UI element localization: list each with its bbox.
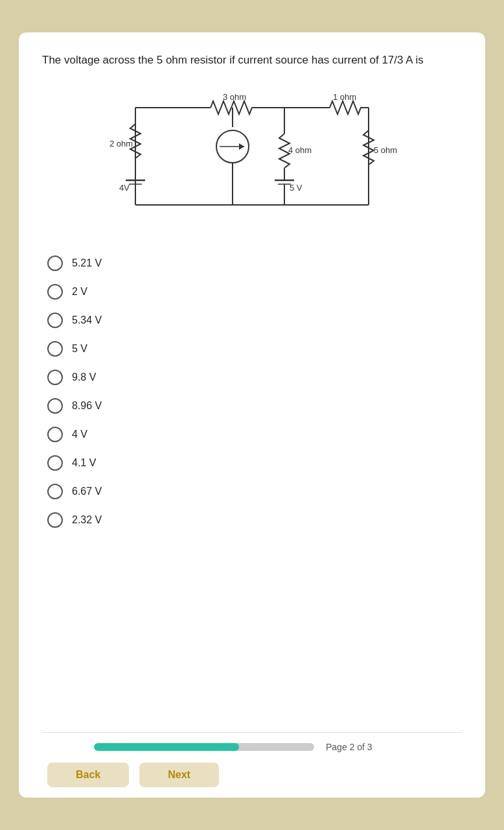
progress-row: Page 2 of 3 xyxy=(42,742,462,752)
option-item[interactable]: 4.1 V xyxy=(42,449,462,477)
option-label-2: 2 V xyxy=(72,286,87,298)
option-item[interactable]: 6.67 V xyxy=(42,477,462,506)
circuit-svg: 4V 3 ohm 5 V xyxy=(84,82,420,231)
option-label-6: 8.96 V xyxy=(72,400,102,412)
options-list: 5.21 V 2 V 5.34 V 5 V 9.8 V 8.96 V 4 V xyxy=(42,249,462,534)
option-radio-5[interactable] xyxy=(47,370,63,385)
option-label-4: 5 V xyxy=(72,343,87,355)
svg-text:4 ohm: 4 ohm xyxy=(288,145,312,155)
svg-text:5 V: 5 V xyxy=(290,183,303,193)
option-label-5: 9.8 V xyxy=(72,372,96,383)
option-radio-2[interactable] xyxy=(47,284,63,300)
option-radio-8[interactable] xyxy=(47,455,63,471)
option-radio-3[interactable] xyxy=(47,313,63,328)
option-radio-7[interactable] xyxy=(47,427,63,442)
option-label-8: 4.1 V xyxy=(72,457,96,469)
option-radio-1[interactable] xyxy=(47,255,63,271)
option-item[interactable]: 8.96 V xyxy=(42,392,462,420)
option-item[interactable]: 2.32 V xyxy=(42,506,462,534)
option-item[interactable]: 2 V xyxy=(42,278,462,306)
back-button[interactable]: Back xyxy=(47,763,129,787)
option-radio-4[interactable] xyxy=(47,341,63,357)
svg-text:4V: 4V xyxy=(119,183,130,193)
option-item[interactable]: 4 V xyxy=(42,420,462,449)
option-item[interactable]: 5.21 V xyxy=(42,249,462,278)
option-radio-6[interactable] xyxy=(47,398,63,414)
circuit-diagram: 4V 3 ohm 5 V xyxy=(42,82,462,231)
option-label-1: 5.21 V xyxy=(72,257,102,269)
option-radio-10[interactable] xyxy=(47,512,63,528)
progress-bar-background xyxy=(94,743,314,751)
option-label-3: 5.34 V xyxy=(72,314,102,326)
question-text: The voltage across the 5 ohm resistor if… xyxy=(42,52,462,69)
option-radio-9[interactable] xyxy=(47,484,63,499)
next-button[interactable]: Next xyxy=(139,763,219,787)
bottom-area: Page 2 of 3 Back Next xyxy=(42,732,462,798)
svg-text:1 ohm: 1 ohm xyxy=(333,92,356,102)
progress-bar-fill xyxy=(94,743,239,751)
option-item[interactable]: 9.8 V xyxy=(42,363,462,392)
svg-text:2 ohm: 2 ohm xyxy=(109,139,133,148)
quiz-card: The voltage across the 5 ohm resistor if… xyxy=(19,32,485,798)
option-item[interactable]: 5 V xyxy=(42,335,462,363)
svg-text:5 ohm: 5 ohm xyxy=(374,145,397,155)
page-label: Page 2 of 3 xyxy=(326,742,372,752)
option-label-9: 6.67 V xyxy=(72,486,102,497)
option-item[interactable]: 5.34 V xyxy=(42,306,462,335)
svg-text:3 ohm: 3 ohm xyxy=(223,92,246,102)
nav-buttons: Back Next xyxy=(42,763,462,787)
option-label-7: 4 V xyxy=(72,429,87,440)
option-label-10: 2.32 V xyxy=(72,514,102,526)
